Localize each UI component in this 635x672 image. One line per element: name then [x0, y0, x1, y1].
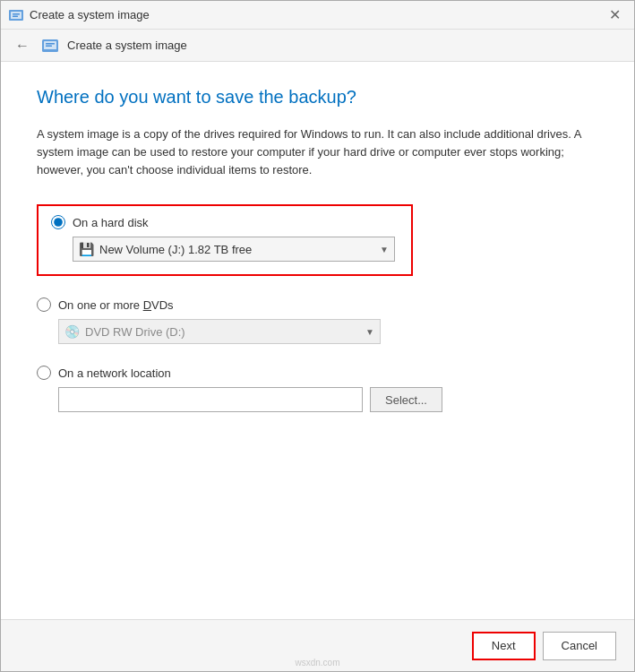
network-label: On a network location — [58, 366, 171, 380]
hard-disk-dropdown-row: 💾 New Volume (J:) 1.82 TB free ▼ — [73, 237, 399, 262]
svg-rect-6 — [46, 43, 55, 45]
network-input-row: Select... — [58, 387, 598, 412]
hard-disk-option-row: On a hard disk — [51, 215, 399, 229]
hard-disk-dropdown-value: New Volume (J:) 1.82 TB free — [99, 243, 252, 256]
dvd-dropdown[interactable]: 💿 DVD RW Drive (D:) ▼ — [58, 319, 381, 344]
hard-disk-label: On a hard disk — [73, 216, 149, 229]
next-button[interactable]: Next — [472, 632, 536, 660]
dvd-dropdown-arrow: ▼ — [365, 327, 374, 337]
dvd-label: On one or more DVDs — [58, 298, 174, 312]
network-radio[interactable] — [37, 366, 51, 380]
footer: Next Cancel — [1, 619, 634, 671]
title-bar: Create a system image ✕ — [1, 1, 634, 30]
nav-icon — [40, 36, 60, 56]
window-icon — [8, 7, 24, 23]
dvd-dropdown-text: 💿 DVD RW Drive (D:) — [64, 324, 185, 339]
dvd-option-section: On one or more DVDs 💿 DVD RW Drive (D:) … — [37, 297, 598, 344]
page-description: A system image is a copy of the drives r… — [37, 125, 598, 179]
hard-disk-drive-icon: 💾 — [79, 242, 94, 256]
nav-bar: ← Create a system image — [1, 30, 634, 62]
dvd-option-row: On one or more DVDs — [37, 297, 598, 312]
back-button[interactable]: ← — [12, 35, 33, 56]
svg-rect-1 — [11, 12, 21, 19]
main-window: Create a system image ✕ ← Create a syste… — [0, 0, 635, 672]
hard-disk-option-box: On a hard disk 💾 New Volume (J:) 1.82 TB… — [37, 204, 413, 276]
svg-rect-7 — [46, 45, 52, 47]
hard-disk-dropdown-arrow: ▼ — [380, 245, 389, 254]
page-heading: Where do you want to save the backup? — [37, 87, 598, 108]
dvd-radio[interactable] — [37, 297, 51, 312]
title-bar-left: Create a system image — [8, 7, 150, 23]
network-option-section: On a network location Select... — [37, 366, 598, 412]
dvd-dropdown-value: DVD RW Drive (D:) — [85, 325, 185, 339]
nav-title: Create a system image — [67, 39, 187, 52]
svg-rect-3 — [13, 15, 18, 17]
hard-disk-dropdown[interactable]: 💾 New Volume (J:) 1.82 TB free ▼ — [73, 237, 395, 262]
hard-disk-radio[interactable] — [51, 215, 65, 229]
content-area: Where do you want to save the backup? A … — [1, 62, 634, 619]
network-location-input[interactable] — [58, 387, 363, 412]
dvd-dropdown-row: 💿 DVD RW Drive (D:) ▼ — [58, 319, 598, 344]
close-button[interactable]: ✕ — [602, 3, 627, 28]
cancel-button[interactable]: Cancel — [543, 632, 616, 660]
svg-rect-2 — [13, 13, 20, 15]
window-title: Create a system image — [30, 8, 150, 22]
select-button[interactable]: Select... — [370, 387, 442, 412]
dvd-drive-icon: 💿 — [64, 324, 80, 339]
network-option-row: On a network location — [37, 366, 598, 380]
hard-disk-dropdown-text: 💾 New Volume (J:) 1.82 TB free — [79, 242, 252, 256]
